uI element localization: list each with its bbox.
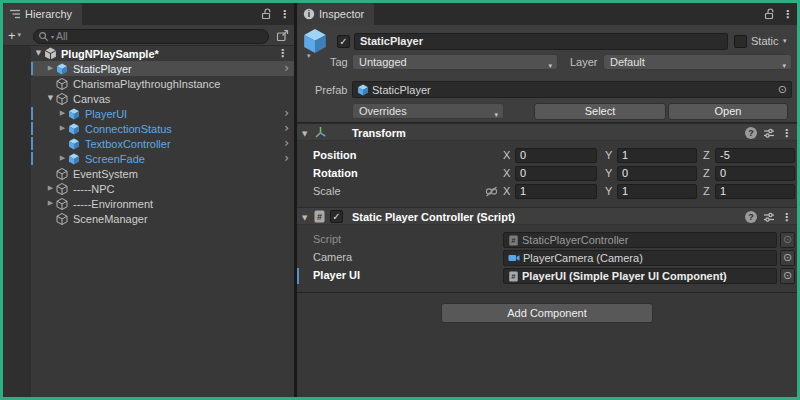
tab-inspector-label: Inspector [319,8,364,20]
rotation-y-field[interactable]: 0 [617,166,697,181]
rotation-z-field[interactable]: 0 [715,166,795,181]
gameobject-cube-icon-large[interactable] [302,28,328,54]
script-label: Script [313,232,341,247]
item-label: PlayerUI [85,108,127,120]
hierarchy-item-playerui[interactable]: ▶ PlayerUI › [31,106,294,121]
unlock-icon[interactable] [764,8,775,20]
prefab-open-arrow-icon[interactable]: › [284,106,289,120]
icon-picker-caret[interactable]: ▾ [307,52,311,60]
prefab-open-arrow-icon[interactable]: › [284,151,289,165]
svg-text:i: i [308,9,310,19]
static-flags-caret[interactable]: ▾ [783,37,787,45]
scale-z-field[interactable]: 1 [715,184,795,199]
unlock-icon[interactable] [261,8,272,20]
search-icon [38,31,49,42]
scene-menu-icon[interactable]: ⋮ [277,46,288,61]
tag-dropdown[interactable]: Untagged ▾ [352,54,558,70]
camera-label[interactable]: Camera [313,250,352,265]
prefab-open-arrow-icon[interactable]: › [284,61,289,75]
create-object-button[interactable]: + ▾ [8,28,21,43]
item-label: CharismaPlaythroughInstance [73,78,220,90]
axis-x-label: X [503,166,510,181]
hierarchy-search-input[interactable]: ▾ All [33,29,269,44]
component-menu-icon[interactable]: ⋮ [781,128,792,139]
prefab-object-field[interactable]: StaticPlayer ⊙ [352,81,792,98]
object-picker-icon[interactable]: ⊙ [780,250,795,266]
caret-down-icon: ▾ [494,108,498,122]
scale-label[interactable]: Scale [313,184,341,199]
item-label: Canvas [73,93,110,105]
expand-closed-icon[interactable]: ▶ [57,121,68,136]
unlink-scale-icon[interactable] [485,185,498,198]
foldout-open-icon[interactable]: ▼ [302,214,307,222]
help-icon[interactable]: ? [745,127,757,139]
presets-icon[interactable] [763,211,775,223]
add-component-button[interactable]: Add Component [441,303,653,323]
help-icon[interactable]: ? [745,211,757,223]
prefab-open-arrow-icon[interactable]: › [284,136,289,150]
position-label[interactable]: Position [313,148,356,163]
scale-y-field[interactable]: 1 [617,184,697,199]
rotation-label[interactable]: Rotation [313,166,358,181]
item-label: -----Environment [73,198,153,210]
prefab-override-bar [31,62,33,75]
tab-inspector[interactable]: i Inspector [297,3,374,25]
expand-closed-icon[interactable]: ▶ [45,61,56,76]
hierarchy-item-staticplayer[interactable]: ▶ StaticPlayer › [31,61,294,76]
player-ui-object-field[interactable]: # PlayerUI (Simple Player UI Component) [503,268,777,284]
expand-closed-icon[interactable]: ▶ [57,106,68,121]
prefab-open-arrow-icon[interactable]: › [284,121,289,135]
inspector-panel: i Inspector ⋮ [297,3,797,397]
expand-closed-icon[interactable]: ▶ [45,196,56,211]
detach-search-icon[interactable] [276,29,289,42]
script-component-title: Static Player Controller (Script) [352,210,515,225]
gameobject-cube-icon [56,168,71,180]
component-enabled-checkbox[interactable]: ✓ [330,210,343,223]
hierarchy-item-environment[interactable]: ▶ -----Environment [31,196,294,211]
scale-x-field[interactable]: 1 [515,184,597,199]
search-filter-caret-icon[interactable]: ▾ [51,33,54,40]
expand-closed-icon[interactable]: ▶ [57,151,68,166]
prefab-select-button[interactable]: Select [534,103,666,120]
object-picker-icon[interactable]: ⊙ [778,83,787,96]
camera-object-field[interactable]: PlayerCamera (Camera) [503,250,777,266]
item-label: StaticPlayer [73,63,132,75]
gameobject-cube-icon [56,198,71,210]
expand-closed-icon[interactable]: ▶ [45,181,56,196]
inspector-menu-icon[interactable]: ⋮ [782,9,793,20]
scene-row[interactable]: ▼ PlugNPlaySample* ⋮ [31,46,294,61]
hierarchy-item-canvas[interactable]: ▼ Canvas [31,91,294,106]
player-ui-field-row: Player UI # PlayerUI (Simple Player UI C… [297,268,797,283]
position-y-field[interactable]: 1 [617,148,697,163]
active-checkbox[interactable]: ✓ [337,35,350,48]
player-ui-label[interactable]: Player UI [313,268,360,283]
presets-icon[interactable] [763,127,775,139]
hierarchy-item-charismaplaythroughinstance[interactable]: CharismaPlaythroughInstance [31,76,294,91]
position-x-field[interactable]: 0 [515,148,597,163]
tab-hierarchy[interactable]: Hierarchy [3,3,82,25]
hierarchy-item-eventsystem[interactable]: EventSystem [31,166,294,181]
prefab-open-button[interactable]: Open [668,103,788,120]
position-z-field[interactable]: -5 [715,148,795,163]
expand-open-icon[interactable]: ▼ [33,46,44,61]
scale-row: Scale X 1 Y 1 Z 1 [297,184,797,199]
hierarchy-item-textboxcontroller[interactable]: TextboxController › [31,136,294,151]
static-checkbox[interactable] [734,35,747,48]
hierarchy-menu-icon[interactable]: ⋮ [279,9,290,20]
overrides-dropdown[interactable]: Overrides ▾ [352,103,504,119]
gameobject-name-field[interactable]: StaticPlayer [354,33,728,50]
rotation-x-field[interactable]: 0 [515,166,597,181]
prefab-override-bar [31,137,33,150]
hierarchy-item-scenemanager[interactable]: SceneManager [31,211,294,226]
script-component-header[interactable]: ▼ # ✓ Static Player Controller (Script) … [297,207,797,225]
hierarchy-item-connectionstatus[interactable]: ▶ ConnectionStatus › [31,121,294,136]
object-picker-icon[interactable]: ⊙ [780,268,795,284]
prefab-override-bar [297,268,299,284]
hierarchy-item-npc[interactable]: ▶ -----NPC [31,181,294,196]
hierarchy-item-screenfade[interactable]: ▶ ScreenFade › [31,151,294,166]
expand-open-icon[interactable]: ▼ [45,91,56,106]
layer-dropdown[interactable]: Default ▾ [603,54,792,70]
transform-header[interactable]: ▼ Transform ? ⋮ [297,123,797,141]
component-menu-icon[interactable]: ⋮ [781,212,792,223]
foldout-open-icon[interactable]: ▼ [302,130,307,138]
